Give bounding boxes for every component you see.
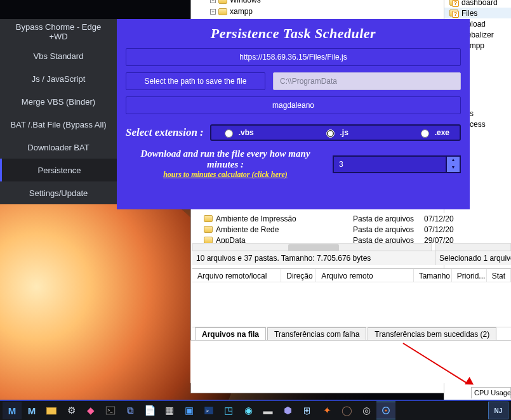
list-label: dashboard: [461, 0, 498, 7]
radio-input[interactable]: [326, 129, 335, 138]
radio-js[interactable]: .js: [323, 128, 348, 138]
status-bar: 10 arquivos e 37 pastas. Tamanho: 7.705.…: [192, 251, 435, 265]
col-header[interactable]: Priorid...: [452, 269, 487, 282]
sidebar-item-downloader[interactable]: Downloader BAT: [0, 136, 117, 159]
sidebar-item-bat[interactable]: BAT /.Bat File (Bypass All): [0, 113, 117, 136]
taskbar-app-icon[interactable]: ◎: [357, 402, 376, 419]
sidebar-item-bypass[interactable]: Bypass Chorme - Edge +WD: [0, 19, 117, 44]
taskbar-app-icon[interactable]: ✦: [317, 402, 336, 419]
radio-vbs[interactable]: .vbs: [222, 128, 254, 138]
taskbar-explorer-icon[interactable]: [42, 402, 61, 419]
text-frag: s: [465, 109, 511, 120]
taskbar-nj-icon[interactable]: NJ: [488, 402, 508, 419]
radio-label: .js: [340, 128, 348, 137]
sidebar-item-persistence[interactable]: Persistence: [0, 159, 117, 181]
radio-label: .exe: [435, 128, 449, 137]
task-name-input[interactable]: [126, 96, 461, 114]
spinner-up-icon[interactable]: ▲: [447, 157, 460, 164]
svg-text:>_: >_: [108, 408, 113, 413]
taskbar-app-icon[interactable]: ◆: [81, 402, 100, 419]
sidebar-menu: Bypass Chorme - Edge +WD Vbs Standard Js…: [0, 19, 117, 204]
interval-label: Download and run the file every how many…: [126, 148, 325, 180]
sidebar-item-label: Settings/Update: [29, 188, 88, 198]
col-header[interactable]: Tamanho: [414, 269, 452, 282]
sidebar-item-label: Bypass Chorme - Edge: [16, 22, 101, 32]
select-path-button[interactable]: Select the path to save the file: [126, 72, 265, 90]
taskbar-app-icon[interactable]: M: [3, 402, 22, 419]
col-header[interactable]: Stat: [487, 269, 511, 282]
svg-rect-0: [47, 408, 56, 415]
folder-icon: [449, 0, 458, 6]
transfer-columns: Arquivo remoto/local Direção Arquivo rem…: [192, 268, 511, 282]
cell-name: Ambiente de Impressão: [216, 214, 296, 223]
table-row[interactable]: Ambiente de ImpressãoPasta de arquivos07…: [192, 213, 511, 224]
text-frag: cess: [465, 120, 511, 131]
extension-selector: .vbs .js .exe: [210, 124, 461, 141]
table-row[interactable]: Ambiente de RedePasta de arquivos07/12/2…: [192, 224, 511, 235]
expand-icon[interactable]: +: [210, 9, 216, 15]
cell-date: 07/12/20: [424, 214, 467, 223]
taskbar-powershell-icon[interactable]: >: [199, 402, 218, 419]
background-gap: [190, 340, 511, 383]
sidebar-item-label: Vbs Standard: [34, 51, 84, 61]
sidebar-item-settings[interactable]: Settings/Update: [0, 181, 117, 204]
tab-failed[interactable]: Transferências com falha: [267, 327, 366, 341]
svg-text:>: >: [206, 408, 209, 414]
taskbar-app-icon[interactable]: ▦: [160, 402, 179, 419]
radio-exe[interactable]: .exe: [418, 128, 449, 138]
list-label: Files: [461, 9, 477, 18]
sidebar-item-label: Downloader BAT: [27, 143, 89, 152]
minutes-input[interactable]: [333, 155, 447, 173]
folder-icon: [204, 226, 213, 233]
spinner-down-icon[interactable]: ▼: [447, 164, 460, 172]
col-header[interactable]: Arquivo remoto: [316, 269, 413, 282]
tree-node[interactable]: +xampp: [210, 6, 261, 17]
file-list: Ambiente de ImpressãoPasta de arquivos07…: [192, 213, 511, 246]
taskbar-app-icon[interactable]: ◉: [239, 402, 258, 419]
sidebar-item-merge[interactable]: Merge VBS (Binder): [0, 90, 117, 113]
sidebar-item-label: BAT /.Bat File (Bypass All): [10, 120, 106, 129]
cell-date: 07/12/20: [424, 225, 467, 234]
radio-label: .vbs: [239, 128, 254, 137]
taskbar-app-icon[interactable]: [376, 402, 395, 419]
sidebar-item-label: Persistence: [38, 166, 81, 175]
folder-icon: [449, 10, 458, 16]
col-header[interactable]: Direção: [281, 269, 316, 282]
folder-tree: +Windows +xampp: [210, 0, 261, 17]
tree-label: xampp: [230, 7, 253, 16]
transfer-tabs: Arquivos na fila Transferências com falh…: [192, 327, 511, 341]
tab-success[interactable]: Transferências bem sucedidas (2): [368, 327, 496, 341]
path-display: C:\\ProgramData: [273, 72, 461, 90]
cell-type: Pasta de arquivos: [353, 225, 424, 234]
taskbar-app-icon[interactable]: ▬: [258, 402, 277, 419]
taskbar-app-icon[interactable]: ⧉: [121, 402, 140, 419]
taskbar-app-icon[interactable]: ◳: [219, 402, 238, 419]
radio-input[interactable]: [421, 129, 429, 138]
taskbar-shield-icon[interactable]: ⛨: [298, 402, 317, 419]
sidebar-item-label: +WD: [49, 32, 67, 41]
calculator-link[interactable]: hours to minutes calculator (click here): [126, 170, 325, 180]
tree-node[interactable]: +Windows: [210, 0, 261, 6]
expand-icon[interactable]: +: [210, 0, 216, 3]
panel-title: Persistence Task Scheduler: [126, 25, 461, 42]
folder-icon: [218, 8, 227, 15]
tab-queue[interactable]: Arquivos na fila: [195, 327, 266, 341]
col-header[interactable]: Arquivo remoto/local: [192, 269, 281, 282]
sidebar-item-js[interactable]: Js / JavaScript: [0, 67, 117, 90]
sidebar-item-vbs[interactable]: Vbs Standard: [0, 44, 117, 67]
url-input[interactable]: [126, 48, 461, 66]
cell-type: Pasta de arquivos: [353, 214, 424, 223]
list-item[interactable]: dashboard: [444, 0, 511, 8]
taskbar-app-icon[interactable]: ◯: [337, 402, 356, 419]
taskbar-app-icon[interactable]: ⬢: [278, 402, 297, 419]
extension-label: Select extension :: [126, 126, 204, 139]
tree-label: Windows: [230, 0, 261, 4]
radio-input[interactable]: [225, 129, 233, 138]
taskbar-app-icon[interactable]: M: [22, 402, 41, 419]
taskbar-gear-icon[interactable]: ⚙: [62, 402, 81, 419]
minutes-spinner: ▲ ▼: [333, 155, 461, 173]
taskbar-app-icon[interactable]: ▣: [180, 402, 199, 419]
taskbar-cmd-icon[interactable]: >_: [101, 402, 120, 419]
transfer-body: [192, 282, 511, 327]
taskbar-app-icon[interactable]: 📄: [140, 402, 159, 419]
